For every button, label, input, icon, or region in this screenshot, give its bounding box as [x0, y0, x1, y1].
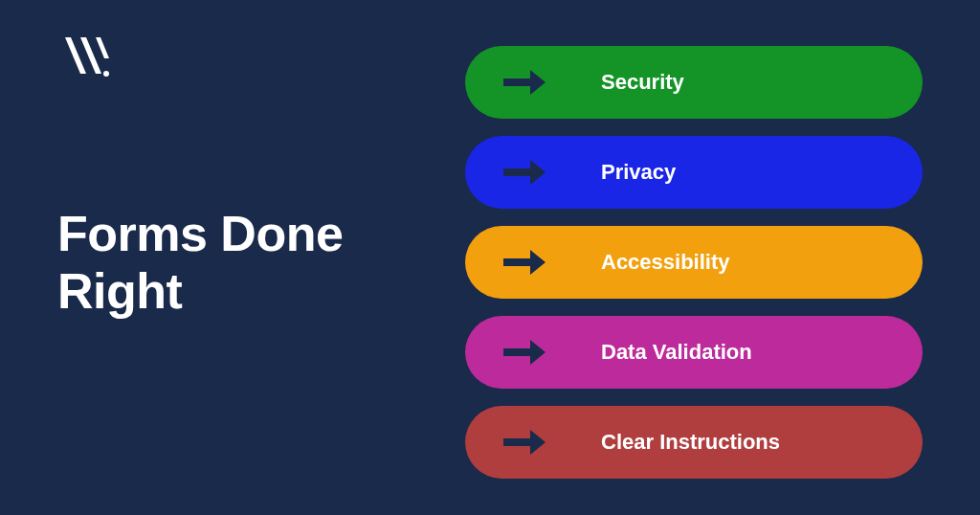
- page-title: Forms DoneRight: [57, 206, 343, 321]
- pill-label: Accessibility: [601, 250, 730, 275]
- pill-list: Security Privacy Accessibility Data Vali…: [465, 46, 923, 479]
- pill-privacy: Privacy: [465, 136, 923, 209]
- pill-label: Data Validation: [601, 340, 752, 365]
- arrow-right-icon: [501, 428, 547, 457]
- pill-security: Security: [465, 46, 923, 119]
- pill-accessibility: Accessibility: [465, 226, 923, 299]
- pill-data-validation: Data Validation: [465, 316, 923, 389]
- pill-label: Clear Instructions: [601, 430, 780, 455]
- pill-label: Privacy: [601, 160, 676, 185]
- svg-point-0: [103, 71, 109, 77]
- pill-clear-instructions: Clear Instructions: [465, 406, 923, 479]
- arrow-right-icon: [501, 248, 547, 277]
- arrow-right-icon: [501, 158, 547, 187]
- arrow-right-icon: [501, 68, 547, 97]
- brand-logo: [59, 34, 112, 81]
- pill-label: Security: [601, 70, 684, 95]
- arrow-right-icon: [501, 338, 547, 367]
